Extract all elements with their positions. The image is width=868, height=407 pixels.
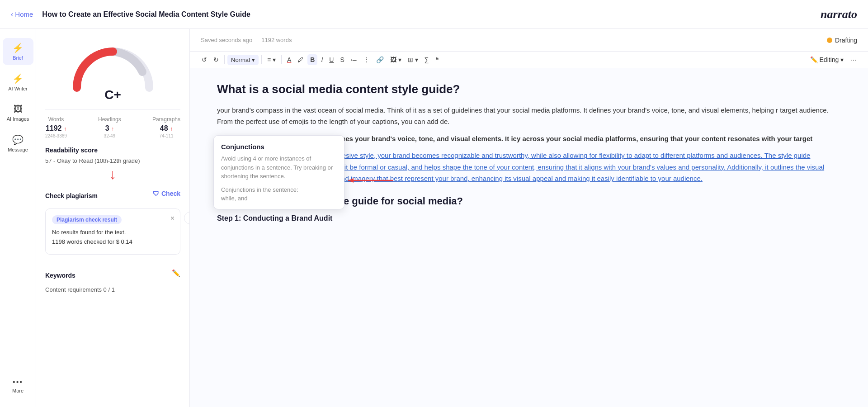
readability-label: Readability score [45,147,180,154]
paragraphs-arrow: ↑ [170,126,173,132]
check-btn-label: Check [161,190,180,197]
svg-marker-2 [348,178,354,183]
ai-images-icon: 🖼 [14,104,23,114]
stat-headings: Headings 3 ↑ 32-49 [98,116,121,138]
message-icon: 💬 [12,134,24,145]
page-title: How to Create an Effective Social Media … [42,10,250,19]
sidebar-item-ai-images[interactable]: 🖼 AI Images [3,99,33,126]
ai-writer-label: AI Writer [8,86,28,91]
ai-writer-icon: ⚡ [12,73,24,84]
edit-keywords-icon[interactable]: ✏️ [172,269,180,277]
words-arrow: ↑ [64,126,66,132]
style-chevron-icon: ▾ [252,57,255,63]
image-button[interactable]: 🖼 ▾ [387,54,404,65]
editor-heading-3: Step 1: Conducting a Brand Audit [217,214,832,222]
more-icon: ••• [13,378,23,386]
align-button[interactable]: ≡ ▾ [264,54,278,65]
stat-headings-label: Headings [98,116,121,123]
stat-paragraphs: Paragraphs 48 ↑ 74-111 [152,116,180,138]
stat-words: Words 1192 ↑ 2246-3369 [45,116,67,138]
check-plagiarism-button[interactable]: 🛡 Check [153,190,180,197]
link-button[interactable]: 🔗 [373,54,387,65]
sidebar-item-message[interactable]: 💬 Message [3,130,33,157]
sidebar-item-ai-writer[interactable]: ⚡ AI Writer [3,69,33,96]
plagiarism-result-box: Plagiarism check result × No results fou… [45,208,180,255]
editing-chevron-icon: ▾ [840,56,844,63]
keywords-label: Keywords [45,272,75,279]
toolbar-divider-1 [224,55,225,64]
gauge-chart [68,43,158,92]
stat-headings-value: 3 ↑ [98,124,121,133]
plagiarism-no-results: No results found for the text. [52,229,174,236]
stat-words-value: 1192 ↑ [45,124,67,133]
gauge-grade: C+ [104,88,121,102]
toolbar-divider-3 [281,55,282,64]
toolbar: ↺ ↻ Normal ▾ ≡ ▾ A 🖊 B I U S ≔ ⋮ 🔗 🖼 ▾ ⊞… [190,52,868,68]
keywords-row: Keywords ✏️ [45,264,180,283]
shield-icon: 🛡 [153,190,159,197]
plagiarism-badge: Plagiarism check result [52,215,122,224]
stat-words-label: Words [45,116,67,123]
editor-heading-1: What is a social media content style gui… [217,82,832,97]
style-dropdown[interactable]: Normal ▾ [227,55,259,65]
back-link[interactable]: ‹ Home [11,10,33,19]
more-options-button[interactable]: ··· [848,54,859,65]
brief-label: Brief [13,55,23,61]
sidebar-item-more[interactable]: ••• More [3,374,33,398]
tooltip-popup: Conjunctions Avoid using 4 or more insta… [213,135,344,209]
tooltip-instances: while, and [221,195,337,202]
icon-sidebar: ⚡ Brief ⚡ AI Writer 🖼 AI Images 💬 Messag… [0,29,36,407]
editor-topbar: Saved seconds ago 1192 words Drafting [190,29,868,52]
tooltip-title: Conjunctions [221,143,337,151]
formula-button[interactable]: ∑ [422,54,432,65]
stats-row: Words 1192 ↑ 2246-3369 Headings 3 ↑ 32-4… [45,109,180,138]
arrow-down-icon: ↓ [109,167,117,181]
arrow-down-container: ↓ [45,167,180,181]
ai-images-label: AI Images [7,116,29,122]
editing-label: Editing [820,56,839,63]
content-sidebar: C+ Words 1192 ↑ 2246-3369 Headings 3 ↑ 3… [36,29,190,407]
underline-button[interactable]: U [326,54,336,65]
drafting-badge: Drafting [827,37,857,44]
tooltip-instances-label: Conjunctions in the sentence: [221,186,337,193]
bold-button[interactable]: B [307,54,317,65]
redo-button[interactable]: ↻ [211,54,222,65]
highlight-button[interactable]: 🖊 [295,54,307,65]
stat-paragraphs-range: 74-111 [152,133,180,138]
bullet-list-button[interactable]: ≔ [348,54,360,65]
stat-words-range: 2246-3369 [45,133,67,138]
back-label: Home [15,10,33,18]
numbered-list-button[interactable]: ⋮ [361,54,373,65]
saved-text: Saved seconds ago [201,37,252,43]
editor-paragraph-1: your brand's compass in the vast ocean o… [217,104,832,128]
plagiarism-label: Check plagiarism [45,192,98,199]
undo-button[interactable]: ↺ [199,54,210,65]
table-button[interactable]: ⊞ ▾ [405,54,421,65]
plagiarism-row: Check plagiarism 🛡 Check [45,184,180,203]
text-color-button[interactable]: A [284,54,294,65]
logo: narrato [821,8,857,21]
plagiarism-words-checked: 1198 words checked for $ 0.14 [52,238,174,245]
stat-paragraphs-value: 48 ↑ [152,124,180,133]
sidebar-item-brief[interactable]: ⚡ Brief [3,38,33,65]
editor-content[interactable]: Conjunctions Avoid using 4 or more insta… [190,68,868,407]
drafting-label: Drafting [835,37,857,44]
pencil-icon: ✏️ [810,56,818,63]
collapse-sidebar-button[interactable]: ‹ [184,212,190,224]
italic-button[interactable]: I [318,54,326,65]
svg-point-0 [111,49,115,54]
top-header: ‹ Home How to Create an Effective Social… [0,0,868,29]
strikethrough-button[interactable]: S [337,54,347,65]
style-label: Normal [231,57,250,63]
tooltip-desc: Avoid using 4 or more instances of conju… [221,154,337,181]
gauge-container: C+ [45,38,180,102]
editing-dropdown[interactable]: ✏️ Editing ▾ [807,54,848,65]
brief-icon: ⚡ [12,43,24,53]
word-count: 1192 words [261,37,292,43]
readability-value: 57 - Okay to Read (10th-12th grade) [45,157,180,164]
doc-meta: Saved seconds ago 1192 words [201,37,292,43]
stat-headings-range: 32-49 [98,133,121,138]
quote-button[interactable]: ❝ [433,54,442,65]
stat-paragraphs-label: Paragraphs [152,116,180,123]
close-plagiarism-button[interactable]: × [170,214,175,222]
